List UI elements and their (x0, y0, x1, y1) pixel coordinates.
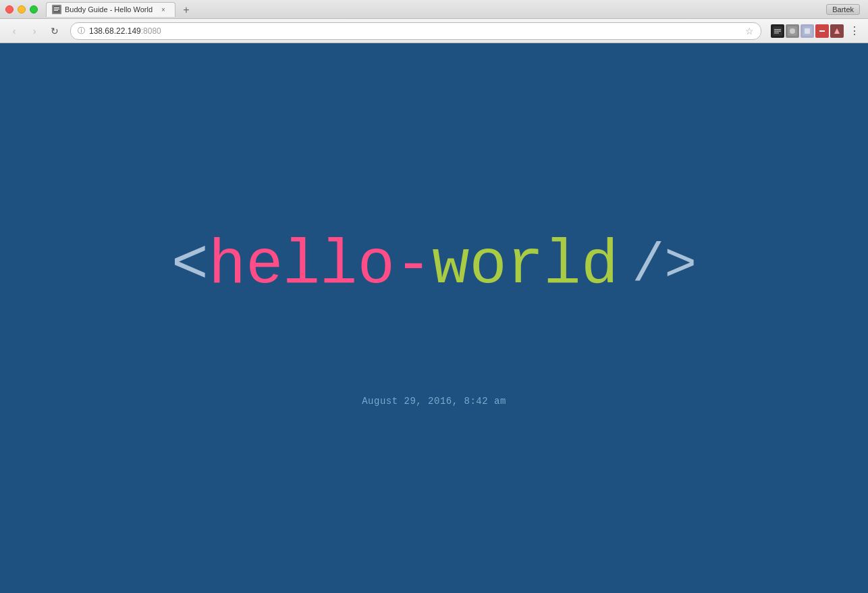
extension-icon-3[interactable] (801, 24, 814, 38)
svg-rect-7 (774, 32, 779, 34)
user-profile-button[interactable]: Bartek (826, 4, 860, 15)
new-tab-button[interactable]: + (178, 3, 194, 17)
address-bar[interactable]: ⓘ 138.68.22.149:8080 ☆ (70, 22, 761, 40)
svg-point-9 (790, 28, 795, 34)
extension-icon-4[interactable] (815, 24, 829, 38)
timestamp: August 29, 2016, 8:42 am (362, 396, 506, 407)
tab-favicon (52, 5, 61, 14)
maximize-window-button[interactable] (30, 5, 38, 14)
tag-world: world (432, 230, 618, 301)
svg-rect-1 (54, 7, 59, 8)
extension-icon-5[interactable] (830, 24, 844, 38)
browser-menu-button[interactable]: ⋮ (846, 23, 863, 39)
extension-icon-2[interactable] (786, 24, 799, 38)
tab-close-button[interactable]: × (159, 5, 168, 14)
address-text: 138.68.22.149:8080 (89, 26, 741, 36)
svg-rect-11 (805, 28, 810, 34)
tag-hyphen: - (395, 230, 432, 301)
active-tab[interactable]: Buddy Guide - Hello World × (46, 2, 175, 17)
svg-rect-3 (54, 10, 58, 11)
address-host: 138.68.22.149 (89, 26, 141, 36)
svg-rect-6 (774, 30, 781, 32)
close-window-button[interactable] (5, 5, 13, 14)
bracket-open: < (171, 230, 209, 301)
tab-bar: Buddy Guide - Hello World × + (46, 2, 863, 17)
svg-rect-5 (774, 29, 781, 30)
traffic-lights (5, 5, 38, 14)
toolbar: ‹ › ↻ ⓘ 138.68.22.149:8080 ☆ (0, 19, 868, 43)
extension-icon-1[interactable] (771, 24, 784, 38)
back-button[interactable]: ‹ (5, 22, 23, 40)
svg-rect-2 (54, 9, 59, 9)
browser-frame: Buddy Guide - Hello World × + Bartek ‹ ›… (0, 0, 868, 593)
secure-icon: ⓘ (78, 26, 85, 36)
forward-button[interactable]: › (26, 22, 43, 40)
extension-icons (771, 24, 844, 38)
self-close-tag: /> (632, 235, 697, 296)
bookmark-button[interactable]: ☆ (745, 26, 754, 36)
page-content: < hello - world /> August 29, 2016, 8:42… (0, 43, 868, 593)
svg-rect-13 (819, 30, 825, 32)
hello-world-heading: < hello - world /> (171, 230, 697, 301)
refresh-button[interactable]: ↻ (46, 22, 63, 40)
address-port: :8080 (141, 26, 161, 36)
title-bar: Buddy Guide - Hello World × + Bartek (0, 0, 868, 19)
tag-hello: hello (209, 230, 395, 301)
tab-title: Buddy Guide - Hello World (65, 5, 153, 14)
minimize-window-button[interactable] (18, 5, 26, 14)
